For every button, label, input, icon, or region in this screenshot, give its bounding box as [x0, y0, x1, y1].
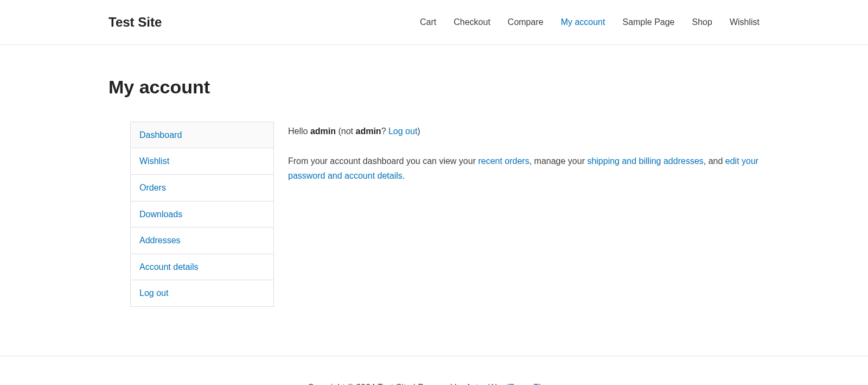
- site-title[interactable]: Test Site: [108, 12, 162, 33]
- nav-item-wishlist[interactable]: Wishlist: [730, 15, 760, 29]
- site-header: Test Site Cart Checkout Compare My accou…: [0, 0, 868, 45]
- logout-link[interactable]: Log out: [388, 127, 417, 136]
- account-nav-wishlist[interactable]: Wishlist: [131, 148, 273, 175]
- account-nav-addresses[interactable]: Addresses: [131, 228, 273, 254]
- nav-item-cart[interactable]: Cart: [420, 15, 436, 29]
- dashboard-description: From your account dashboard you can view…: [288, 154, 760, 183]
- greeting-not-prefix: (not: [336, 127, 355, 136]
- greeting-text: Hello admin (not admin? Log out): [288, 124, 760, 138]
- greeting-prefix: Hello: [288, 127, 310, 136]
- account-nav-orders[interactable]: Orders: [131, 175, 273, 201]
- account-content: Hello admin (not admin? Log out) From yo…: [288, 122, 760, 307]
- desc-text-4: .: [403, 171, 405, 180]
- primary-nav: Cart Checkout Compare My account Sample …: [420, 15, 760, 29]
- footer-text: Copyright © 2024 Test Site | Powered by: [308, 383, 465, 385]
- nav-item-shop[interactable]: Shop: [692, 15, 712, 29]
- greeting-not-suffix: ?: [381, 127, 388, 136]
- desc-text-2: , manage your: [529, 156, 588, 166]
- account-nav-account-details[interactable]: Account details: [131, 254, 273, 281]
- desc-text-3: , and: [704, 156, 725, 166]
- recent-orders-link[interactable]: recent orders: [478, 156, 529, 166]
- theme-link[interactable]: Astra WordPress Theme: [465, 383, 560, 385]
- main-content: My account Dashboard Wishlist Orders Dow…: [0, 45, 868, 356]
- desc-text-1: From your account dashboard you can view…: [288, 156, 478, 166]
- addresses-link[interactable]: shipping and billing addresses: [587, 156, 703, 166]
- nav-item-checkout[interactable]: Checkout: [454, 15, 490, 29]
- nav-item-sample-page[interactable]: Sample Page: [622, 15, 674, 29]
- account-nav: Dashboard Wishlist Orders Downloads Addr…: [130, 122, 274, 307]
- nav-item-my-account[interactable]: My account: [561, 15, 605, 29]
- greeting-username: admin: [310, 127, 336, 136]
- nav-item-compare[interactable]: Compare: [508, 15, 544, 29]
- account-nav-dashboard[interactable]: Dashboard: [131, 122, 273, 149]
- site-footer: Copyright © 2024 Test Site | Powered by …: [0, 356, 868, 385]
- page-title: My account: [108, 72, 760, 102]
- account-nav-logout[interactable]: Log out: [131, 280, 273, 306]
- account-nav-downloads[interactable]: Downloads: [131, 201, 273, 228]
- greeting-not-username: admin: [356, 127, 381, 136]
- greeting-close: ): [417, 127, 420, 136]
- account-layout: Dashboard Wishlist Orders Downloads Addr…: [108, 122, 760, 307]
